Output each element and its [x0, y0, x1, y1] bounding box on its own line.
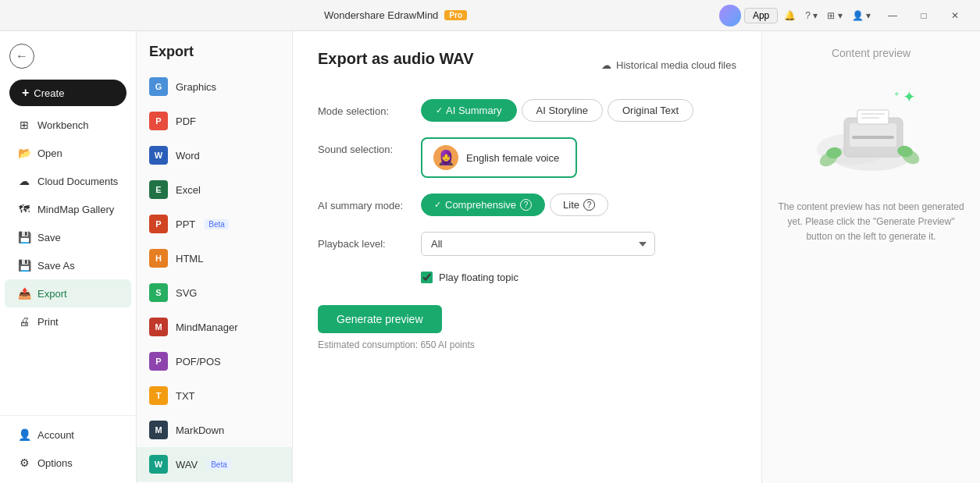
wav-icon: W [149, 455, 168, 474]
print-icon: 🖨 [17, 314, 31, 329]
summary-button-group: ✓ Comprehensive ? Lite ? [421, 194, 736, 216]
voice-name: English female voice [466, 152, 559, 164]
sidebar-label-mindmap: MindMap Gallery [37, 204, 114, 215]
sidebar-label-options: Options [37, 457, 73, 469]
open-icon: 📂 [17, 146, 31, 160]
generate-section: Generate preview Estimated consumption: … [318, 299, 736, 350]
app-title-area: Wondershare EdrawMind Pro [324, 9, 467, 21]
sidebar-label-open: Open [37, 147, 62, 159]
window-controls: — □ ✕ [877, 3, 971, 28]
ai-summary-mode-row: AI summary mode: ✓ Comprehensive ? Lite … [318, 194, 736, 216]
sum-btn-comprehensive[interactable]: ✓ Comprehensive ? [421, 194, 545, 216]
estimated-consumption: Estimated consumption: 650 AI points [318, 339, 736, 350]
format-item-excel[interactable]: E Excel [137, 172, 292, 207]
bell-icon[interactable]: 🔔 [781, 9, 799, 23]
playback-level-row: Playback level: All [318, 232, 736, 256]
comprehensive-info-icon[interactable]: ? [520, 199, 532, 211]
create-button[interactable]: + Create [9, 80, 127, 106]
sidebar-item-print[interactable]: 🖨 Print [5, 307, 131, 336]
svg-rect-4 [852, 136, 894, 139]
format-item-pdf[interactable]: P PDF [137, 104, 292, 138]
main-content: Export as audio WAV ☁ Historical media c… [293, 31, 761, 483]
word-icon: W [149, 146, 168, 165]
user-avatar[interactable] [719, 5, 741, 27]
format-label-txt: TXT [176, 390, 195, 402]
maximize-button[interactable]: □ [908, 3, 939, 28]
playback-controls: All [421, 232, 736, 256]
sidebar-item-export[interactable]: 📤 Export [5, 279, 131, 307]
voice-option-button[interactable]: 🧕 English female voice [421, 137, 577, 178]
svg-rect-5 [857, 110, 889, 124]
mindmanager-icon: M [149, 318, 168, 336]
app-title: Wondershare EdrawMind [324, 9, 438, 21]
saveas-icon: 💾 [17, 258, 31, 272]
format-item-pof[interactable]: P POF/POS [137, 344, 292, 378]
cloud-link[interactable]: ☁ Historical media cloud files [601, 59, 736, 71]
mode-btn-ai-summary[interactable]: ✓ AI Summary [421, 99, 517, 122]
save-icon: 💾 [17, 230, 31, 244]
sidebar-label-saveas: Save As [37, 260, 75, 272]
ai-summary-checkmark: ✓ [436, 105, 443, 115]
pof-icon: P [149, 352, 168, 371]
format-item-markdown[interactable]: M MarkDown [137, 413, 292, 447]
format-item-ppt[interactable]: P PPT Beta [137, 207, 292, 241]
format-item-txt[interactable]: T TXT [137, 378, 292, 413]
summary-controls: ✓ Comprehensive ? Lite ? [421, 194, 736, 216]
sidebar-item-mindmap[interactable]: 🗺 MindMap Gallery [5, 195, 131, 223]
format-item-svg[interactable]: S SVG [137, 275, 292, 310]
sidebar-label-cloud: Cloud Documents [37, 176, 118, 187]
sidebar-item-save[interactable]: 💾 Save [5, 223, 131, 251]
generate-preview-button[interactable]: Generate preview [318, 305, 442, 333]
sidebar-item-workbench[interactable]: ⊞ Workbench [5, 111, 131, 139]
pdf-icon: P [149, 112, 168, 130]
mode-btn-original-text[interactable]: Original Text [608, 99, 693, 122]
export-panel-title: Export [137, 44, 292, 69]
format-item-mindmanager[interactable]: M MindManager [137, 310, 292, 344]
format-item-word[interactable]: W Word [137, 138, 292, 172]
format-label-svg: SVG [176, 287, 197, 299]
pro-badge: Pro [444, 10, 467, 20]
play-floating-checkbox[interactable] [421, 272, 433, 283]
minimize-button[interactable]: — [877, 3, 908, 28]
markdown-icon: M [149, 421, 168, 439]
format-label-wav: WAV [176, 459, 198, 471]
close-button[interactable]: ✕ [939, 3, 971, 28]
voice-avatar: 🧕 [433, 145, 458, 170]
account-icon: 👤 [17, 428, 31, 442]
sidebar-item-options[interactable]: ⚙ Options [5, 449, 131, 477]
sidebar-label-save: Save [37, 232, 61, 243]
sidebar-label-export: Export [37, 288, 67, 300]
sidebar: ← + Create ⊞ Workbench 📂 Open ☁ Cloud Do… [0, 31, 137, 483]
sidebar-item-saveas[interactable]: 💾 Save As [5, 251, 131, 279]
app-button[interactable]: App [744, 8, 778, 23]
format-sidebar: Export G Graphics P PDF W Word E Excel P… [137, 31, 293, 483]
playback-select[interactable]: All [421, 232, 655, 256]
format-item-html[interactable]: H HTML [137, 241, 292, 275]
mode-btn-ai-storyline[interactable]: AI Storyline [522, 99, 603, 122]
play-floating-label: Play floating topic [439, 272, 519, 283]
help-icon[interactable]: ? ▾ [802, 9, 821, 23]
sum-btn-lite[interactable]: Lite ? [550, 194, 608, 216]
format-item-wav[interactable]: W WAV Beta [137, 447, 292, 481]
html-icon: H [149, 249, 168, 268]
grid-icon[interactable]: ⊞ ▾ [824, 9, 845, 23]
cloud-link-text: Historical media cloud files [616, 59, 736, 71]
ppt-icon: P [149, 215, 168, 233]
format-item-graphics[interactable]: G Graphics [137, 69, 292, 104]
svg-icon: S [149, 283, 168, 302]
options-icon: ⚙ [17, 456, 31, 470]
user-menu-icon[interactable]: 👤 ▾ [849, 9, 874, 23]
original-text-label: Original Text [622, 105, 679, 116]
sidebar-label-workbench: Workbench [37, 119, 89, 131]
back-button[interactable]: ← [0, 37, 136, 75]
titlebar: Wondershare EdrawMind Pro App 🔔 ? ▾ ⊞ ▾ … [0, 0, 980, 31]
sidebar-item-cloud[interactable]: ☁ Cloud Documents [5, 167, 131, 195]
format-label-html: HTML [176, 253, 203, 265]
create-label: Create [34, 87, 64, 99]
mindmap-icon: 🗺 [17, 202, 31, 216]
lite-info-icon[interactable]: ? [583, 199, 595, 211]
lite-label: Lite [563, 199, 579, 211]
sidebar-item-open[interactable]: 📂 Open [5, 139, 131, 167]
sidebar-item-account[interactable]: 👤 Account [5, 421, 131, 449]
sound-controls: 🧕 English female voice [421, 137, 736, 178]
